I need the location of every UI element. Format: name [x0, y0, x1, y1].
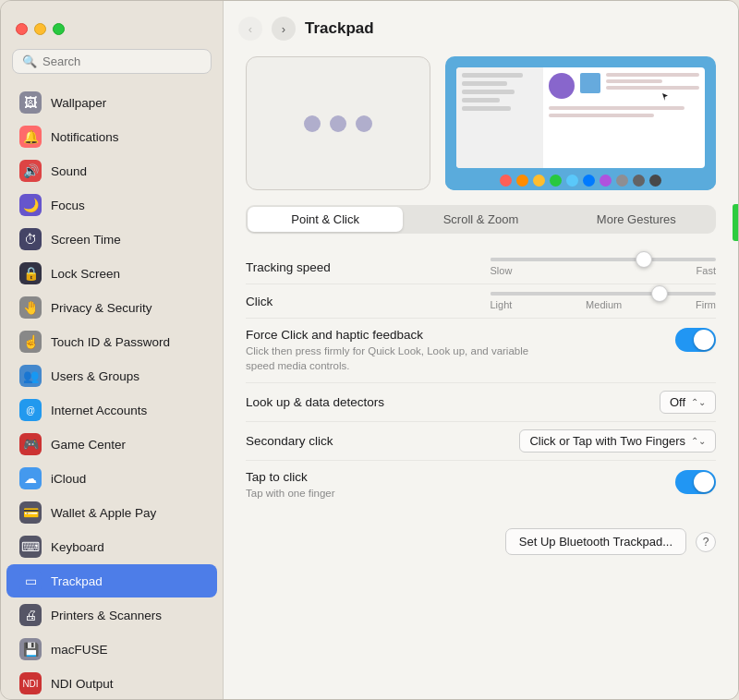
- forward-button[interactable]: ›: [272, 17, 296, 41]
- trackpad-dots: [304, 115, 372, 132]
- color-swatch-2[interactable]: [533, 175, 545, 187]
- color-swatch-9[interactable]: [649, 175, 661, 187]
- sidebar-item-ndi[interactable]: NDINDI Output: [6, 667, 217, 700]
- wallet-icon: 💳: [19, 501, 42, 524]
- sidebar-item-macfuse[interactable]: 💾macFUSE: [6, 633, 217, 666]
- sidebar-label-wallet: Wallet & Apple Pay: [51, 506, 156, 520]
- macfuse-icon: 💾: [19, 638, 42, 660]
- color-swatch-0[interactable]: [500, 175, 512, 187]
- sidebar-item-lock-screen[interactable]: 🔒Lock Screen: [6, 257, 217, 290]
- sound-icon: 🔊: [19, 160, 42, 182]
- close-button[interactable]: [16, 23, 28, 35]
- screen-preview-inner: [456, 67, 705, 168]
- sidebar-item-screen-time[interactable]: ⏱Screen Time: [6, 223, 217, 256]
- sidebar-item-icloud[interactable]: ☁iCloud: [6, 462, 217, 495]
- sidebar-item-keyboard[interactable]: ⌨Keyboard: [6, 530, 217, 563]
- sidebar-item-focus[interactable]: 🌙Focus: [6, 188, 217, 222]
- settings-section: Tracking speed Slow Fast Click: [246, 250, 716, 510]
- medium-label: Medium: [586, 299, 622, 310]
- secondary-click-dropdown[interactable]: Click or Tap with Two Fingers ⌃⌄: [519, 429, 716, 453]
- click-label: Click: [246, 295, 472, 308]
- tab-point-click[interactable]: Point & Click: [248, 207, 403, 232]
- lookup-row: Look up & data detectors Off ⌃⌄: [246, 383, 716, 422]
- minimize-button[interactable]: [34, 23, 46, 35]
- fast-label: Fast: [697, 265, 716, 276]
- sidebar-item-game-center[interactable]: 🎮Game Center: [6, 428, 217, 461]
- tab-scroll-zoom[interactable]: Scroll & Zoom: [403, 207, 558, 232]
- force-click-toggle[interactable]: [675, 328, 716, 352]
- color-swatch-8[interactable]: [633, 175, 645, 187]
- color-swatch-5[interactable]: [583, 175, 595, 187]
- tracking-speed-labels: Slow Fast: [491, 265, 717, 276]
- secondary-click-row: Secondary click Click or Tap with Two Fi…: [246, 422, 716, 461]
- light-label: Light: [491, 299, 513, 310]
- page-title: Trackpad: [305, 19, 374, 38]
- tap-to-click-toggle[interactable]: [675, 470, 716, 494]
- sidebar-item-printers[interactable]: 🖨Printers & Scanners: [6, 598, 217, 632]
- lookup-dropdown[interactable]: Off ⌃⌄: [660, 391, 716, 414]
- printers-icon: 🖨: [19, 604, 42, 626]
- main-panel: ‹ › Trackpad: [224, 1, 738, 700]
- notification-edge: [733, 204, 738, 241]
- tap-to-click-row: Tap to click Tap with one finger: [246, 461, 716, 510]
- color-swatch-1[interactable]: [516, 175, 528, 187]
- sidebar-item-internet-accounts[interactable]: @Internet Accounts: [6, 393, 217, 427]
- tracking-speed-track[interactable]: [491, 258, 717, 261]
- sidebar-label-printers: Printers & Scanners: [51, 609, 162, 622]
- search-bar[interactable]: 🔍: [12, 49, 212, 74]
- firm-label: Firm: [696, 299, 716, 310]
- color-swatch-4[interactable]: [566, 175, 578, 187]
- help-button[interactable]: ?: [696, 532, 716, 552]
- sidebar-item-users-groups[interactable]: 👥Users & Groups: [6, 359, 217, 392]
- sidebar-item-touch-id[interactable]: ☝Touch ID & Password: [6, 325, 217, 358]
- click-track[interactable]: [491, 292, 717, 296]
- maximize-button[interactable]: [53, 23, 65, 35]
- trackpad-dot-3: [356, 115, 372, 132]
- force-click-row: Force Click and haptic feedback Click th…: [246, 319, 716, 383]
- lookup-arrows-icon: ⌃⌄: [691, 397, 706, 407]
- click-labels: Light Medium Firm: [491, 299, 717, 310]
- trackpad-preview: [246, 56, 430, 190]
- lock-screen-icon: 🔒: [19, 262, 42, 284]
- main-content: Point & Click Scroll & Zoom More Gesture…: [224, 49, 738, 700]
- search-input[interactable]: [42, 54, 201, 68]
- tab-more-gestures[interactable]: More Gestures: [559, 207, 714, 232]
- sidebar-label-trackpad: Trackpad: [51, 574, 103, 588]
- force-click-label: Force Click and haptic feedback: [246, 328, 675, 342]
- click-row: Click Light Medium Firm: [246, 284, 716, 319]
- sidebar-label-sound: Sound: [51, 164, 87, 178]
- sidebar-label-users-groups: Users & Groups: [51, 369, 139, 383]
- secondary-click-label: Secondary click: [246, 434, 519, 448]
- traffic-lights: [16, 23, 65, 35]
- tap-to-click-label: Tap to click: [246, 470, 675, 484]
- sidebar-item-privacy-security[interactable]: 🤚Privacy & Security: [6, 291, 217, 324]
- sidebar-item-wallpaper[interactable]: 🖼Wallpaper: [6, 86, 217, 119]
- secondary-click-arrows-icon: ⌃⌄: [691, 436, 706, 446]
- color-swatch-6[interactable]: [600, 175, 612, 187]
- keyboard-icon: ⌨: [19, 536, 42, 558]
- sidebar-label-lock-screen: Lock Screen: [51, 267, 120, 281]
- force-click-sublabel: Click then press firmly for Quick Look, …: [246, 344, 541, 373]
- preview-area: [246, 56, 716, 190]
- sidebar-item-wallet[interactable]: 💳Wallet & Apple Pay: [6, 496, 217, 529]
- slow-label: Slow: [491, 265, 513, 276]
- back-button[interactable]: ‹: [238, 17, 262, 41]
- trackpad-icon: ▭: [19, 570, 42, 592]
- screen-main-preview: [543, 67, 705, 168]
- sidebar-item-notifications[interactable]: 🔔Notifications: [6, 120, 217, 153]
- screen-sidebar-preview: [456, 67, 543, 168]
- sidebar-label-internet-accounts: Internet Accounts: [51, 404, 147, 417]
- sidebar-item-trackpad[interactable]: ▭Trackpad: [6, 564, 217, 597]
- sidebar-item-sound[interactable]: 🔊Sound: [6, 154, 217, 187]
- sidebar-label-focus: Focus: [51, 199, 85, 212]
- color-swatch-3[interactable]: [550, 175, 562, 187]
- tracking-speed-slider-container: Slow Fast: [472, 258, 717, 276]
- setup-bluetooth-button[interactable]: Set Up Bluetooth Trackpad...: [505, 528, 686, 555]
- lookup-value: Off: [670, 395, 685, 409]
- users-groups-icon: 👥: [19, 365, 42, 387]
- screen-preview: [445, 56, 716, 190]
- tracking-speed-row: Tracking speed Slow Fast: [246, 250, 716, 284]
- privacy-security-icon: 🤚: [19, 296, 42, 319]
- sidebar-label-keyboard: Keyboard: [51, 540, 104, 554]
- color-swatch-7[interactable]: [616, 175, 628, 187]
